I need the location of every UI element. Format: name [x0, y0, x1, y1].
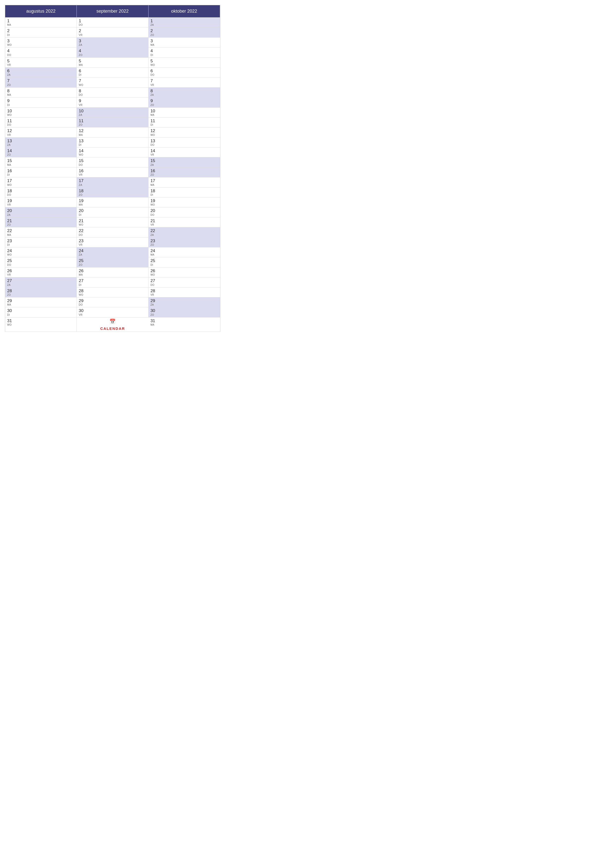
day-abbr: DI	[79, 284, 146, 286]
month-header-oktober: oktober 2022	[149, 5, 220, 17]
day-abbr: DI	[151, 54, 218, 56]
day-abbr: ZO	[79, 194, 146, 196]
day-cell-m0-d3: 3 WO	[5, 37, 77, 48]
day-number: 29	[79, 298, 146, 303]
day-abbr: ZA	[7, 284, 75, 286]
day-cell-m0-d21: 21 ZO	[5, 217, 77, 227]
day-abbr: VR	[151, 153, 218, 156]
day-number: 30	[151, 308, 218, 313]
day-cell-m2-d29: 29 ZA	[149, 298, 220, 307]
day-number: 8	[7, 88, 75, 93]
calendar-logo-icon: 📅	[109, 318, 116, 324]
day-abbr: DO	[7, 54, 75, 56]
day-cell-m2-d14: 14 VR	[149, 147, 220, 157]
day-cell-m0-d9: 9 DI	[5, 98, 77, 107]
day-cell-m2-d2: 2 ZO	[149, 28, 220, 37]
day-cell-m1-d17: 17 ZA	[77, 177, 148, 187]
day-number: 15	[79, 158, 146, 163]
day-abbr: DI	[7, 174, 75, 176]
day-cell-m1-d3: 3 ZA	[77, 37, 148, 48]
day-cell-m0-d4: 4 DO	[5, 48, 77, 57]
day-abbr: VR	[7, 64, 75, 66]
day-abbr: WO	[151, 133, 218, 136]
day-cell-m1-d19: 19 MA	[77, 197, 148, 207]
day-abbr: DI	[151, 124, 218, 126]
day-cell-m0-d15: 15 MA	[5, 157, 77, 167]
day-cell-m0-d29: 29 MA	[5, 298, 77, 307]
day-number: 1	[151, 19, 218, 23]
day-abbr: MA	[151, 323, 218, 326]
day-cell-m2-d12: 12 WO	[149, 127, 220, 137]
day-cell-m1-d8: 8 DO	[77, 88, 148, 98]
day-cell-m0-d7: 7 ZO	[5, 78, 77, 87]
day-cell-m2-d7: 7 VR	[149, 78, 220, 87]
day-cell-m2-d27: 27 DO	[149, 277, 220, 287]
day-abbr: MA	[7, 23, 75, 26]
day-abbr: ZO	[7, 223, 75, 226]
day-abbr: ZA	[151, 93, 218, 96]
day-cell-m0-d14: 14 ZO	[5, 147, 77, 157]
day-number: 12	[151, 129, 218, 133]
day-cell-m1-d27: 27 DI	[77, 277, 148, 287]
day-number: 24	[7, 248, 75, 253]
day-abbr: DO	[151, 144, 218, 146]
day-cell-m0-d8: 8 MA	[5, 88, 77, 98]
day-number: 15	[7, 158, 75, 163]
day-cell-m2-d11: 11 DI	[149, 118, 220, 127]
day-abbr: ZA	[7, 214, 75, 216]
day-cell-m2-d16: 16 ZO	[149, 167, 220, 177]
day-abbr: DO	[7, 194, 75, 196]
day-number: 29	[7, 298, 75, 303]
day-abbr: DI	[151, 194, 218, 196]
day-cell-m2-d3: 3 MA	[149, 37, 220, 48]
day-number: 29	[151, 298, 218, 303]
day-abbr: ZO	[151, 243, 218, 246]
day-abbr: WO	[151, 273, 218, 276]
day-cell-m1-d2: 2 VR	[77, 28, 148, 37]
day-number: 22	[7, 228, 75, 233]
day-number: 13	[7, 139, 75, 144]
day-number: 19	[79, 198, 146, 203]
day-cell-m2-d8: 8 ZA	[149, 88, 220, 98]
day-abbr: WO	[79, 223, 146, 226]
day-cell-m1-d29: 29 DO	[77, 298, 148, 307]
calendar-logo-text: CALENDAR	[100, 326, 125, 330]
day-abbr: WO	[7, 184, 75, 186]
day-abbr: ZO	[151, 313, 218, 316]
day-cell-m2-d13: 13 DO	[149, 138, 220, 147]
day-abbr: VR	[79, 313, 146, 316]
day-number: 8	[151, 88, 218, 93]
day-number: 16	[7, 169, 75, 174]
day-number: 19	[151, 198, 218, 203]
day-abbr: WO	[79, 84, 146, 86]
day-abbr: MA	[151, 113, 218, 116]
day-number: 21	[7, 219, 75, 223]
day-number: 28	[79, 288, 146, 293]
day-cell-m1-d25: 25 ZO	[77, 257, 148, 267]
day-number: 9	[79, 98, 146, 104]
day-cell-m2-d15: 15 ZA	[149, 157, 220, 167]
day-abbr: WO	[151, 203, 218, 206]
day-number: 18	[151, 189, 218, 194]
day-number: 16	[79, 169, 146, 174]
day-abbr: VR	[151, 293, 218, 296]
day-number: 17	[7, 178, 75, 183]
day-abbr: ZO	[79, 264, 146, 266]
day-abbr: ZA	[79, 253, 146, 256]
day-abbr: WO	[7, 323, 75, 326]
day-abbr: MA	[7, 93, 75, 96]
day-abbr: DO	[151, 284, 218, 286]
day-cell-m0-d30: 30 DI	[5, 307, 77, 317]
day-abbr: MA	[151, 253, 218, 256]
day-number: 30	[7, 308, 75, 313]
day-number: 25	[79, 258, 146, 263]
day-abbr: ZA	[151, 303, 218, 306]
day-abbr: ZO	[151, 104, 218, 106]
day-abbr: MA	[7, 303, 75, 306]
day-cell-m2-d23: 23 ZO	[149, 237, 220, 248]
day-number: 24	[79, 248, 146, 253]
day-abbr: DO	[79, 93, 146, 96]
day-cell-m2-d6: 6 DO	[149, 68, 220, 78]
day-cell-m0-d6: 6 ZA	[5, 68, 77, 78]
day-number: 4	[79, 48, 146, 53]
